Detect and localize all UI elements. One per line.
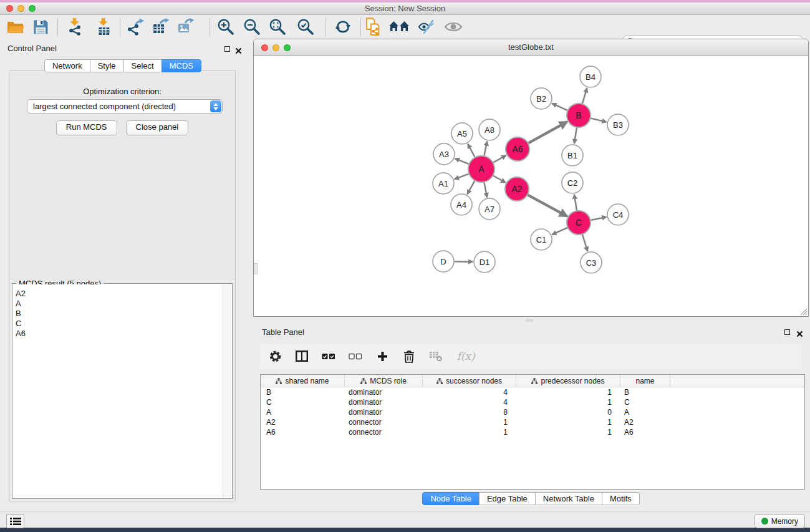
open-session-button[interactable] [4, 16, 27, 37]
cell-predecessor-nodes[interactable]: 1 [516, 397, 620, 407]
duplicate-network-button[interactable] [361, 16, 385, 37]
criterion-select[interactable]: largest connected component (directed) [27, 99, 223, 114]
zoom-selected-button[interactable] [294, 16, 317, 37]
graph-edge-A-A6[interactable] [493, 155, 506, 162]
graph-edge-B-B1[interactable] [574, 128, 577, 143]
show-column-button[interactable] [294, 347, 309, 365]
graph-edge-A-A8[interactable] [484, 142, 487, 156]
table-row[interactable]: A6connector11A6 [261, 427, 804, 437]
graph-edge-A-A3[interactable] [455, 158, 469, 164]
cell-mcds-role[interactable]: dominator [345, 397, 423, 407]
export-network-button[interactable] [123, 16, 147, 37]
table-panel-close-button[interactable] [796, 329, 803, 340]
tab-node-table[interactable]: Node Table [422, 492, 480, 505]
tab-motifs[interactable]: Motifs [602, 492, 640, 505]
cell-shared-name[interactable]: B [261, 387, 345, 397]
cell-mcds-role[interactable]: connector [345, 417, 423, 427]
task-history-button[interactable] [6, 514, 24, 528]
cell-mcds-role[interactable]: connector [345, 427, 423, 437]
cell-successor-nodes[interactable]: 1 [423, 417, 516, 427]
column-header-shared-name[interactable]: shared name [261, 375, 345, 387]
tab-style[interactable]: Style [90, 59, 124, 72]
graph-edge-A-A7[interactable] [484, 183, 487, 198]
export-image-button[interactable] [174, 16, 198, 37]
cell-successor-nodes[interactable]: 1 [423, 427, 516, 437]
table-panel-float-button[interactable] [784, 329, 790, 335]
cell-name[interactable]: A2 [620, 417, 670, 427]
hide-selected-button[interactable] [415, 16, 438, 37]
graph-edge-C-C3[interactable] [582, 235, 587, 251]
tab-network-table[interactable]: Network Table [535, 492, 602, 505]
cell-successor-nodes[interactable]: 4 [423, 387, 516, 397]
graph-edge-A6-B[interactable] [529, 122, 567, 143]
delete-table-button[interactable] [428, 347, 443, 365]
mcds-result-item[interactable]: A [16, 299, 223, 309]
column-header-predecessor-nodes[interactable]: predecessor nodes [516, 375, 620, 387]
tab-mcds[interactable]: MCDS [162, 59, 201, 72]
zoom-fit-button[interactable] [266, 16, 289, 37]
import-network-button[interactable] [63, 16, 87, 37]
mcds-result-item[interactable]: A2 [16, 289, 223, 299]
table-options-button[interactable] [268, 347, 282, 365]
graph-edge-C-C4[interactable] [591, 217, 607, 220]
table-row[interactable]: Bdominator41B [261, 387, 804, 397]
apply-function-button[interactable]: f(x) [455, 347, 476, 365]
zoom-out-button[interactable] [240, 16, 264, 37]
column-header-successor-nodes[interactable]: successor nodes [423, 375, 516, 387]
resize-grip-icon[interactable] [799, 307, 808, 316]
delete-row-button[interactable] [402, 347, 417, 365]
network-canvas[interactable]: B4B2BB3A8A5A6A3B1AA1C2A2A4A7C4CC1C3DD1 [254, 56, 808, 316]
save-session-button[interactable] [29, 16, 52, 37]
graph-edge-C-C2[interactable] [574, 195, 577, 210]
table-row[interactable]: A2connector11A2 [261, 417, 804, 427]
graph-edge-B-B3[interactable] [591, 118, 607, 122]
cell-shared-name[interactable]: A6 [261, 427, 345, 437]
graph-edge-B-B2[interactable] [552, 104, 567, 110]
column-header-mcds-role[interactable]: MCDS role [345, 375, 423, 387]
graph-edge-A-A1[interactable] [455, 174, 469, 180]
control-panel-float-button[interactable] [224, 46, 230, 52]
cell-name[interactable]: B [620, 387, 670, 397]
mcds-result-item[interactable]: A6 [16, 329, 223, 339]
mcds-result-item[interactable]: B [16, 309, 223, 319]
control-panel-close-button[interactable] [235, 46, 242, 57]
cell-predecessor-nodes[interactable]: 1 [516, 417, 620, 427]
graph-edge-A-A5[interactable] [468, 144, 475, 157]
table-row[interactable]: Cdominator41C [261, 397, 804, 407]
home-view-button[interactable] [387, 16, 411, 37]
show-hidden-button[interactable] [441, 16, 465, 37]
table-row[interactable]: Adominator80A [261, 407, 804, 417]
cell-predecessor-nodes[interactable]: 0 [516, 407, 620, 417]
close-panel-button[interactable]: Close panel [126, 120, 189, 135]
result-list-scrollbar[interactable] [223, 284, 231, 498]
cell-shared-name[interactable]: A2 [261, 417, 345, 427]
tab-edge-table[interactable]: Edge Table [479, 492, 536, 505]
graph-edge-B-B4[interactable] [582, 88, 587, 104]
node-table[interactable]: shared nameMCDS rolesuccessor nodesprede… [260, 374, 805, 490]
column-header-name[interactable]: name [620, 375, 670, 387]
cell-predecessor-nodes[interactable]: 1 [516, 427, 620, 437]
graph-edge-A-A2[interactable] [493, 176, 506, 183]
run-mcds-button[interactable]: Run MCDS [56, 120, 117, 135]
memory-button[interactable]: Memory [755, 514, 805, 528]
cell-successor-nodes[interactable]: 8 [423, 407, 516, 417]
select-all-button[interactable] [321, 347, 336, 365]
cell-mcds-role[interactable]: dominator [345, 387, 423, 397]
cell-name[interactable]: A6 [620, 427, 670, 437]
cell-shared-name[interactable]: A [261, 407, 345, 417]
cell-successor-nodes[interactable]: 4 [423, 397, 516, 407]
tab-select[interactable]: Select [123, 59, 162, 72]
graph-edge-C-C1[interactable] [552, 228, 567, 235]
refresh-view-button[interactable] [331, 16, 355, 37]
deselect-all-button[interactable] [348, 347, 363, 365]
mcds-result-item[interactable]: C [16, 319, 223, 329]
cell-name[interactable]: C [620, 397, 670, 407]
export-table-button[interactable] [149, 16, 173, 37]
cell-name[interactable]: A [620, 407, 670, 417]
cell-predecessor-nodes[interactable]: 1 [516, 387, 620, 397]
add-row-button[interactable] [375, 347, 390, 365]
import-table-button[interactable] [92, 16, 115, 37]
tab-network[interactable]: Network [44, 59, 90, 72]
cell-mcds-role[interactable]: dominator [345, 407, 423, 417]
cell-shared-name[interactable]: C [261, 397, 345, 407]
